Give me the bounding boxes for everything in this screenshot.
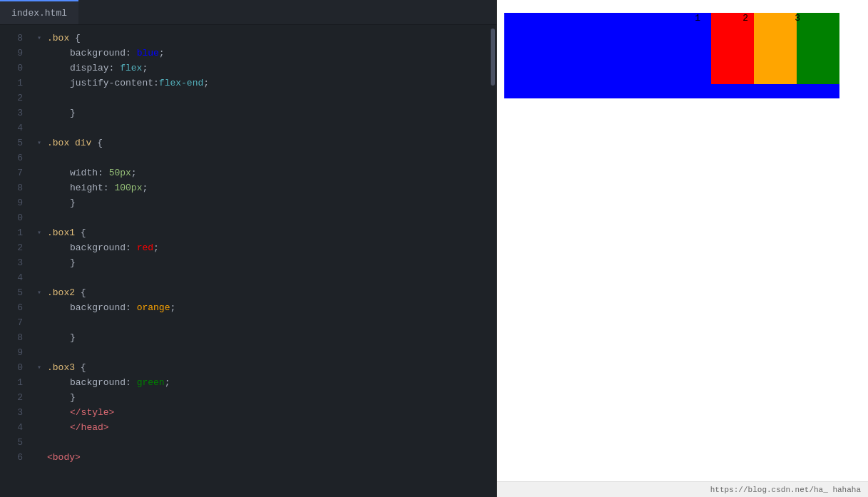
label-3: 3 [795, 13, 800, 24]
scrollbar-thumb[interactable] [491, 29, 495, 86]
code-line: } [37, 255, 489, 270]
preview-content: 1 2 3 [497, 0, 868, 481]
label-1: 1 [695, 13, 700, 24]
scrollbar[interactable] [489, 25, 496, 497]
code-line: background: green; [37, 375, 489, 390]
line-numbers: 8 9 0 1 2 3 4 5 6 7 8 9 0 1 2 3 4 5 6 7 … [0, 25, 29, 497]
code-line: background: orange; [37, 300, 489, 315]
code-line [37, 150, 489, 165]
box-container [504, 13, 839, 98]
code-line [37, 121, 489, 135]
code-line: <body> [37, 450, 489, 465]
fold-arrow[interactable]: ▾ [37, 225, 47, 240]
code-line: } [37, 390, 489, 405]
fold-arrow[interactable]: ▾ [37, 360, 47, 375]
code-line: width: 50px; [37, 165, 489, 180]
code-line [37, 315, 489, 330]
code-line: justify-content:flex-end; [37, 76, 489, 91]
code-content[interactable]: ▾ .box { background: blue; display: flex… [29, 25, 489, 497]
code-line [37, 91, 489, 106]
editor-panel: index.html 8 9 0 1 2 3 4 5 6 7 8 9 0 1 2… [0, 0, 497, 497]
code-line [37, 435, 489, 450]
code-line: } [37, 330, 489, 345]
code-line: } [37, 106, 489, 121]
code-line [37, 270, 489, 285]
active-tab[interactable]: index.html [0, 0, 78, 24]
code-line: ▾ .box3 { [37, 360, 489, 375]
code-line: ▾ .box { [37, 31, 489, 46]
box3-child [797, 13, 839, 84]
footer-url: https://blog.csdn.net/ha_ hahaha [710, 486, 861, 494]
code-line [37, 345, 489, 360]
code-container: 8 9 0 1 2 3 4 5 6 7 8 9 0 1 2 3 4 5 6 7 … [0, 25, 496, 497]
tab-bar: index.html [0, 0, 496, 25]
preview-panel: 1 2 3 https://blog.csdn.net/ha_ hahaha [497, 0, 868, 497]
code-line: } [37, 195, 489, 210]
code-line: background: blue; [37, 46, 489, 61]
code-line: </style> [37, 405, 489, 420]
label-2: 2 [742, 13, 748, 24]
fold-arrow[interactable]: ▾ [37, 31, 47, 46]
preview-footer: https://blog.csdn.net/ha_ hahaha [497, 481, 868, 497]
box2-child [754, 13, 797, 84]
code-line: ▾ .box div { [37, 135, 489, 150]
code-line: </head> [37, 420, 489, 435]
box1-child [711, 13, 754, 84]
code-line: height: 100px; [37, 180, 489, 195]
code-line: background: red; [37, 240, 489, 255]
preview-box-wrapper: 1 2 3 [504, 7, 839, 98]
code-line [37, 210, 489, 225]
fold-arrow[interactable]: ▾ [37, 135, 47, 150]
code-line: ▾ .box1 { [37, 225, 489, 240]
code-line: display: flex; [37, 61, 489, 76]
fold-arrow[interactable]: ▾ [37, 285, 47, 300]
code-line: ▾ .box2 { [37, 285, 489, 300]
